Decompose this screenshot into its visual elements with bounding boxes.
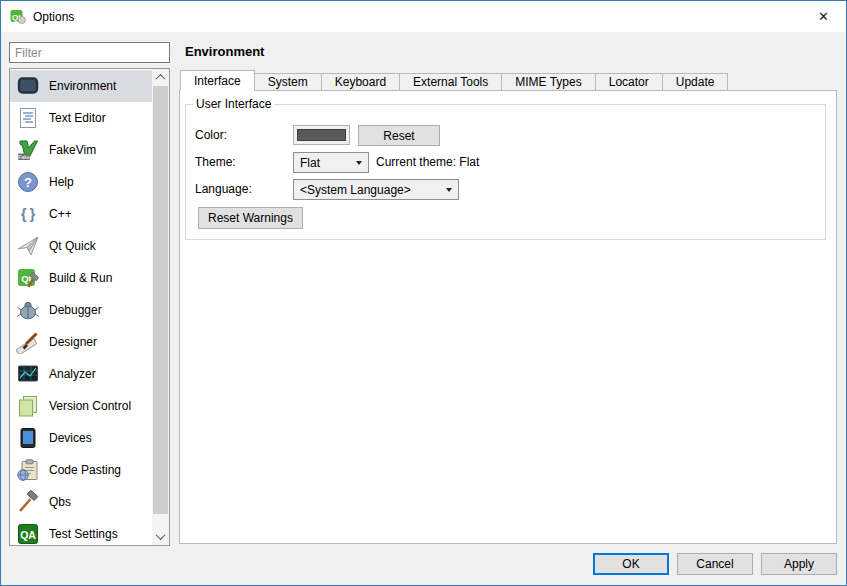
sidebar-item-label: Code Pasting	[49, 463, 121, 477]
build-run-icon: Qt	[16, 266, 40, 290]
language-label: Language:	[195, 179, 252, 200]
sidebar-item-code-pasting[interactable]: Code Pasting	[10, 454, 152, 486]
sidebar-item-analyzer[interactable]: Analyzer	[10, 358, 152, 390]
tab-mime-types[interactable]: MIME Types	[501, 73, 595, 91]
current-theme-text: Current theme: Flat	[376, 152, 479, 173]
category-list: Environment Text Editor F	[9, 68, 170, 546]
sidebar-item-label: Text Editor	[49, 111, 106, 125]
category-list-items: Environment Text Editor F	[10, 70, 152, 550]
cancel-button[interactable]: Cancel	[677, 553, 753, 575]
sidebar-item-label: Version Control	[49, 399, 131, 413]
sidebar-item-qbs[interactable]: Qbs	[10, 486, 152, 518]
list-scrollbar[interactable]	[152, 69, 169, 545]
scroll-up-button[interactable]	[152, 69, 169, 86]
tab-external-tools[interactable]: External Tools	[399, 73, 502, 91]
sidebar-item-label: Debugger	[49, 303, 102, 317]
sidebar-item-fakevim[interactable]: Fake FakeVim	[10, 134, 152, 166]
fakevim-icon: Fake	[16, 138, 40, 162]
page-title: Environment	[185, 44, 264, 59]
sidebar-item-test-settings[interactable]: QA Test Settings	[10, 518, 152, 550]
interface-tab-pane: User Interface Color: Reset Theme: Flat …	[179, 90, 837, 544]
reset-warnings-button[interactable]: Reset Warnings	[198, 207, 303, 229]
sidebar-item-label: Analyzer	[49, 367, 96, 381]
svg-text:{ }: { }	[21, 205, 36, 222]
qt-creator-logo-icon: Qt	[10, 9, 26, 25]
sidebar-item-label: FakeVim	[49, 143, 96, 157]
sidebar-item-debugger[interactable]: Debugger	[10, 294, 152, 326]
sidebar-item-cpp[interactable]: { } C++	[10, 198, 152, 230]
tab-keyboard[interactable]: Keyboard	[321, 73, 400, 91]
sidebar-item-label: Test Settings	[49, 527, 118, 541]
apply-button[interactable]: Apply	[761, 553, 837, 575]
sidebar-item-label: Environment	[49, 79, 116, 93]
test-settings-icon: QA	[16, 522, 40, 546]
color-swatch	[297, 129, 346, 141]
sidebar-item-designer[interactable]: Designer	[10, 326, 152, 358]
color-picker-button[interactable]	[293, 125, 350, 145]
theme-label: Theme:	[195, 152, 236, 173]
groupbox-title: User Interface	[193, 97, 274, 111]
sidebar-item-qt-quick[interactable]: Qt Quick	[10, 230, 152, 262]
theme-dropdown-value: Flat	[300, 156, 320, 170]
options-dialog: Qt Options ✕ Environment	[0, 0, 847, 586]
sidebar-item-label: Qbs	[49, 495, 71, 509]
tab-system[interactable]: System	[254, 73, 322, 91]
svg-text:QA: QA	[20, 529, 36, 541]
sidebar-item-label: Devices	[49, 431, 92, 445]
sidebar-item-text-editor[interactable]: Text Editor	[10, 102, 152, 134]
dropdown-arrow-icon	[446, 188, 452, 192]
user-interface-groupbox: User Interface Color: Reset Theme: Flat …	[185, 104, 826, 240]
svg-text:?: ?	[24, 175, 32, 190]
theme-dropdown[interactable]: Flat	[293, 152, 369, 173]
chevron-down-icon	[156, 530, 166, 540]
environment-icon	[16, 74, 40, 98]
qbs-icon	[16, 490, 40, 514]
sidebar-item-label: C++	[49, 207, 72, 221]
sidebar-item-label: Designer	[49, 335, 97, 349]
dropdown-arrow-icon	[356, 161, 362, 165]
scroll-down-button[interactable]	[152, 528, 169, 545]
analyzer-icon	[16, 362, 40, 386]
sidebar-item-label: Build & Run	[49, 271, 112, 285]
tab-update[interactable]: Update	[662, 73, 729, 91]
sidebar-item-label: Qt Quick	[49, 239, 96, 253]
code-pasting-icon	[16, 458, 40, 482]
filter-input[interactable]	[9, 42, 170, 63]
version-control-icon	[16, 394, 40, 418]
sidebar-item-environment[interactable]: Environment	[10, 70, 152, 102]
text-editor-icon	[16, 106, 40, 130]
help-icon: ?	[16, 170, 40, 194]
tabbar: Interface System Keyboard External Tools…	[180, 70, 727, 91]
sidebar-item-help[interactable]: ? Help	[10, 166, 152, 198]
scrollbar-thumb[interactable]	[153, 86, 168, 514]
chevron-up-icon	[156, 74, 166, 84]
close-button[interactable]: ✕	[801, 1, 846, 32]
sidebar-item-devices[interactable]: Devices	[10, 422, 152, 454]
language-dropdown[interactable]: <System Language>	[293, 179, 459, 200]
tab-locator[interactable]: Locator	[595, 73, 663, 91]
color-label: Color:	[195, 125, 227, 146]
sidebar-item-label: Help	[49, 175, 74, 189]
window-title: Options	[33, 10, 74, 24]
designer-icon	[16, 330, 40, 354]
sidebar-item-version-control[interactable]: Version Control	[10, 390, 152, 422]
reset-color-button[interactable]: Reset	[358, 125, 440, 146]
titlebar: Qt Options ✕	[1, 1, 846, 32]
language-dropdown-value: <System Language>	[300, 183, 411, 197]
qt-quick-icon	[16, 234, 40, 258]
devices-icon	[16, 426, 40, 450]
svg-text:Fake: Fake	[18, 154, 30, 160]
cpp-icon: { }	[16, 202, 40, 226]
sidebar-item-build-run[interactable]: Qt Build & Run	[10, 262, 152, 294]
tab-interface[interactable]: Interface	[180, 70, 255, 91]
debugger-icon	[16, 298, 40, 322]
ok-button[interactable]: OK	[593, 553, 669, 575]
